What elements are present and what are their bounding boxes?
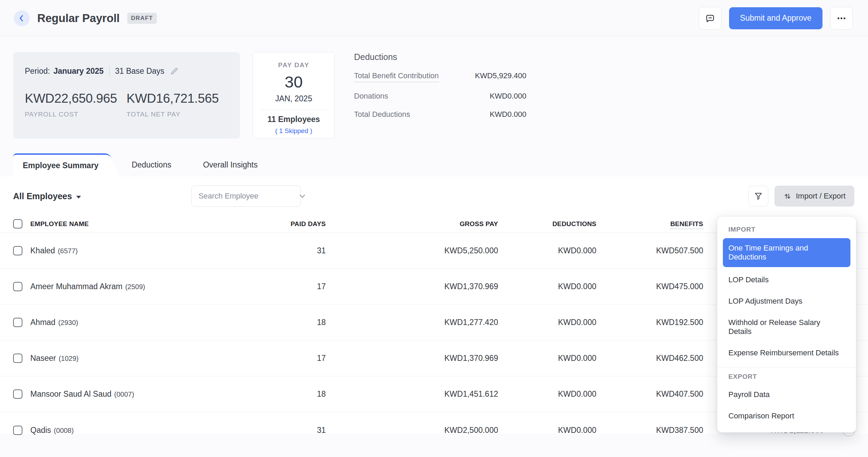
employee-name-cell[interactable]: Ameer Muhammad Akram(2509)	[30, 282, 271, 291]
chevron-down-icon	[298, 192, 307, 201]
benefits-cell: KWD462.500	[596, 354, 703, 363]
payroll-cost-label: PAYROLL COST	[25, 111, 127, 118]
paid-days-cell: 18	[271, 389, 326, 399]
vertical-divider	[109, 66, 110, 76]
toolbar-right: Import / Export	[748, 186, 854, 206]
employee-name-cell[interactable]: Qadis(0008)	[30, 426, 271, 435]
employee-name-cell[interactable]: Mansoor Saud Al Saud(0007)	[30, 389, 271, 399]
tab-label: Employee Summary	[23, 161, 99, 170]
edit-base-days-button[interactable]	[170, 67, 179, 75]
top-bar: Regular Payroll DRAFT Submit and Approve	[0, 0, 868, 37]
top-bar-left: Regular Payroll DRAFT	[14, 10, 157, 26]
table-toolbar: All Employees Impo	[0, 176, 868, 215]
deductions-cell: KWD0.000	[498, 389, 596, 399]
employee-name-cell[interactable]: Khaled(6577)	[30, 246, 271, 255]
total-net-pay-block: KWD16,721.565 TOTAL NET PAY	[127, 91, 228, 118]
ellipsis-icon	[836, 13, 847, 23]
payroll-cost-block: KWD22,650.965 PAYROLL COST	[25, 91, 127, 118]
paid-days-cell: 18	[271, 318, 326, 327]
import-export-button[interactable]: Import / Export	[775, 186, 854, 206]
import-export-label: Import / Export	[796, 192, 846, 201]
employee-filter-label: All Employees	[13, 191, 72, 201]
period-line: Period: January 2025 31 Base Days	[25, 66, 228, 76]
gross-pay-cell: KWD1,451.612	[326, 389, 498, 399]
total-benefit-contribution-label[interactable]: Total Benefit Contribution	[354, 71, 439, 82]
paid-days-cell: 17	[271, 282, 326, 291]
employee-id: (0007)	[114, 390, 134, 398]
tab-overall-insights[interactable]: Overall Insights	[187, 153, 274, 176]
gross-pay-cell: KWD1,370.969	[326, 282, 498, 291]
comment-bubble-icon	[705, 13, 715, 23]
chevron-left-icon	[17, 14, 26, 23]
payroll-page: Regular Payroll DRAFT Submit and Approve…	[0, 0, 868, 457]
column-header-benefits[interactable]: BENEFITS	[596, 220, 703, 228]
benefits-cell: KWD475.000	[596, 282, 703, 291]
menu-item-withhold-release-salary[interactable]: Withhold or Release Salary Details	[717, 312, 856, 342]
tab-bar: Employee Summary Deductions Overall Insi…	[0, 153, 868, 176]
paid-days-cell: 31	[271, 426, 326, 435]
menu-item-comparison-report[interactable]: Comparison Report	[717, 405, 856, 427]
swap-vertical-icon	[783, 192, 792, 201]
back-button[interactable]	[14, 10, 30, 26]
tab-label: Overall Insights	[203, 160, 258, 170]
submit-and-approve-button[interactable]: Submit and Approve	[729, 7, 822, 29]
menu-item-lop-details[interactable]: LOP Details	[717, 269, 856, 291]
deductions-cell: KWD0.000	[498, 354, 596, 363]
employee-id: (2509)	[125, 283, 145, 291]
gross-pay-cell: KWD1,277.420	[326, 318, 498, 327]
paid-days-cell: 31	[271, 246, 326, 255]
payday-divider	[261, 110, 327, 110]
row-checkbox[interactable]	[13, 246, 22, 255]
row-checkbox[interactable]	[13, 389, 22, 399]
gross-pay-cell: KWD2,500.000	[326, 426, 498, 435]
menu-item-one-time-earnings[interactable]: One Time Earnings and Deductions	[723, 238, 850, 267]
total-net-pay-label: TOTAL NET PAY	[127, 111, 228, 118]
total-deductions-label: Total Deductions	[354, 110, 410, 119]
filter-button[interactable]	[748, 186, 768, 206]
tab-deductions[interactable]: Deductions	[116, 153, 187, 176]
payday-employee-count: 11 Employees	[253, 115, 334, 124]
payday-day: 30	[253, 72, 334, 91]
menu-item-expense-reimbursement[interactable]: Expense Reimbursement Details	[717, 342, 856, 364]
row-checkbox[interactable]	[13, 354, 22, 363]
search-employee-select[interactable]	[191, 185, 301, 207]
more-actions-button[interactable]	[830, 7, 853, 30]
row-checkbox[interactable]	[13, 318, 22, 327]
row-checkbox[interactable]	[13, 282, 22, 291]
column-header-employee-name: EMPLOYEE NAME	[30, 220, 271, 228]
deductions-cell: KWD0.000	[498, 318, 596, 327]
employee-id: (1029)	[59, 355, 79, 362]
tab-employee-summary[interactable]: Employee Summary	[13, 153, 105, 176]
menu-item-payroll-data[interactable]: Payroll Data	[717, 384, 856, 405]
menu-divider	[717, 367, 856, 367]
gross-pay-cell: KWD1,370.969	[326, 354, 498, 363]
donations-value: KWD0.000	[490, 92, 526, 101]
total-benefit-contribution-value: KWD5,929.400	[475, 71, 526, 80]
deduction-row: Total Deductions KWD0.000	[354, 110, 526, 119]
payday-month-year: JAN, 2025	[253, 94, 334, 103]
deduction-row: Total Benefit Contribution KWD5,929.400	[354, 71, 526, 82]
employee-name-cell[interactable]: Naseer(1029)	[30, 354, 271, 363]
summary-amounts: KWD22,650.965 PAYROLL COST KWD16,721.565…	[25, 91, 228, 118]
column-header-deductions: DEDUCTIONS	[498, 220, 596, 228]
payday-label: PAY DAY	[253, 61, 334, 69]
employee-name-cell[interactable]: Ahmad(2930)	[30, 318, 271, 327]
tab-label: Deductions	[132, 160, 171, 170]
import-export-menu: IMPORT One Time Earnings and Deductions …	[717, 216, 856, 433]
menu-section-import: IMPORT	[717, 222, 856, 237]
deductions-cell: KWD0.000	[498, 246, 596, 255]
pencil-icon	[170, 67, 179, 75]
payroll-cost-value: KWD22,650.965	[25, 91, 127, 106]
deductions-cell: KWD0.000	[498, 282, 596, 291]
employee-filter-dropdown[interactable]: All Employees	[13, 191, 81, 201]
employee-id: (2930)	[58, 319, 78, 326]
period-label: Period:	[25, 67, 50, 76]
row-checkbox[interactable]	[13, 426, 22, 435]
page-title: Regular Payroll	[37, 12, 120, 25]
total-deductions-value: KWD0.000	[490, 110, 526, 119]
comments-button[interactable]	[699, 7, 721, 30]
select-all-checkbox[interactable]	[13, 219, 22, 228]
search-employee-input[interactable]	[199, 192, 298, 201]
skipped-employees-link[interactable]: ( 1 Skipped )	[275, 127, 312, 135]
menu-item-lop-adjustment-days[interactable]: LOP Adjustment Days	[717, 291, 856, 312]
